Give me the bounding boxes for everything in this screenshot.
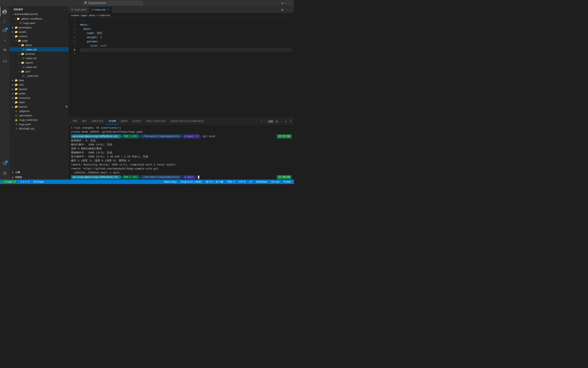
tree-item-post-index[interactable]: M _index.md — [9, 74, 69, 78]
titlebar-search[interactable]: 🔍 HugoSampleSite — [83, 1, 143, 5]
activity-icon-source-control[interactable]: 2 — [0, 26, 9, 36]
breadcrumb-index-md[interactable]: index.md — [100, 14, 110, 17]
tree-item-hugo-yaml-wf[interactable]: ⚙ hugo.yaml — [9, 21, 69, 25]
layout-toggle-button[interactable]: ⊞ — [281, 1, 284, 5]
terminal-more-button[interactable]: ··· — [280, 120, 283, 123]
error-count: 0 — [23, 180, 24, 183]
tree-item-archetypes[interactable]: ▶ 📁 archetypes — [9, 25, 69, 30]
encoding-label: UTF-8 — [239, 180, 245, 183]
tree-item-search[interactable]: ▾ 📁 search — [9, 60, 69, 65]
more-editor-button[interactable]: ··· — [288, 8, 292, 12]
activity-icon-settings[interactable] — [0, 168, 9, 178]
sidebar-more-button[interactable]: ··· — [64, 8, 66, 11]
tree-item-post[interactable]: ▾ 📁 post — [9, 69, 69, 74]
tree-item-hugo-build-lock[interactable]: 🔒 .hugo_build.lock — [9, 118, 69, 122]
breadcrumb-page[interactable]: page — [81, 14, 87, 17]
archives-icon: 📁 — [21, 52, 24, 55]
tree-item-archives-index[interactable]: M index.md — [9, 56, 69, 60]
tree-item-gitignore[interactable]: ⊘ .gitignore — [9, 109, 69, 113]
tree-item-assets[interactable]: ▶ 📁 assets — [9, 30, 69, 34]
activity-icon-extensions[interactable] — [0, 45, 9, 55]
tree-item-archives[interactable]: ▾ 📁 archives — [9, 52, 69, 56]
terminal-maximize-button[interactable]: ∧ — [284, 120, 288, 123]
status-watch-sass[interactable]: Watch Sass — [163, 180, 178, 184]
tree-item-public[interactable]: ▶ 📁 public — [9, 91, 69, 96]
tree-item-static[interactable]: ▾ 📁 static — [9, 100, 69, 104]
tree-item-themes[interactable]: ▶ 📁 themes — [9, 104, 69, 109]
status-git-graph[interactable]: Git Graph — [32, 180, 45, 184]
sidebar-toggle-button[interactable]: ▭ — [285, 1, 287, 5]
status-author[interactable]: Zong-Xi (21 小時前) — [179, 180, 203, 184]
activity-icon-accounts[interactable]: 1 — [0, 159, 9, 168]
tab-index-md-close[interactable]: ✕ — [107, 8, 110, 11]
status-position[interactable]: 第 8 行，第 4 欄 — [205, 180, 224, 184]
new-terminal-button[interactable]: + — [260, 120, 263, 123]
status-language[interactable]: Markdown — [255, 180, 268, 184]
terminal-tab-output[interactable]: 輸出 — [80, 118, 89, 125]
tree-item-content[interactable]: ▾ 📁 content — [9, 34, 69, 38]
tree-item-data[interactable]: ▶ 📁 data — [9, 78, 69, 83]
code-line-1: --- — [80, 18, 292, 23]
status-encoding[interactable]: UTF-8 — [237, 180, 247, 184]
activity-icon-run-debug[interactable] — [0, 36, 9, 45]
titlebar-search-text: HugoSampleSite — [88, 2, 106, 4]
breadcrumb-about[interactable]: about — [89, 14, 95, 17]
terminal-tab-nuget[interactable]: NUGET — [130, 118, 143, 125]
activity-icon-search[interactable] — [0, 16, 9, 26]
status-eol[interactable]: LF — [248, 180, 253, 184]
more-actions-button[interactable]: ··· — [290, 1, 292, 5]
status-branch[interactable]: ⎇ main* ↺ — [2, 180, 17, 184]
terminal-split-button[interactable]: ⫶ — [264, 120, 267, 123]
terminal-tab-ports[interactable]: 連接埠 — [118, 118, 130, 125]
tree-item-layouts[interactable]: ▶ 📁 layouts — [9, 87, 69, 91]
breadcrumb-content[interactable]: content — [71, 14, 79, 17]
editor-content[interactable]: 1 2 3 4 5 6 7 8 9 --- menu: main: — [69, 18, 294, 118]
tab-index-md[interactable]: M index.md ✕ — [89, 6, 112, 13]
terminal-close-button[interactable]: ✕ — [289, 120, 292, 123]
search-icon: 🔍 — [84, 2, 87, 4]
tree-item-github-workflows[interactable]: ▾ 📁 .github / workflows — [9, 16, 69, 21]
search-label: search — [25, 61, 33, 64]
status-spaces[interactable]: 空格: 4 — [226, 180, 236, 184]
about-arrow: ▾ — [18, 43, 21, 46]
tree-item-index-md-active[interactable]: M index.md — [9, 47, 69, 52]
tree-item-about[interactable]: ▾ 📁 about — [9, 43, 69, 47]
forward-button[interactable]: → — [7, 1, 12, 5]
back-button[interactable]: ← — [2, 1, 7, 5]
terminal-tab-debug[interactable]: 偵錯主控台 — [89, 118, 106, 125]
terminal-tab-problems-label: 問題 — [73, 120, 77, 123]
timeline-header[interactable]: ▶ 時間表 — [9, 175, 69, 180]
status-prettier[interactable]: Prettier — [282, 180, 292, 184]
gitignore-icon: ⊘ — [14, 109, 18, 113]
outline-header[interactable]: ▶ 大綱 — [9, 170, 69, 175]
breadcrumb: content › page › about › M index.md — [69, 13, 294, 18]
tree-item-page[interactable]: ▾ 📁 page — [9, 38, 69, 43]
tree-item-hugo-yaml-root[interactable]: ℹ hugo.yaml — [9, 122, 69, 126]
activity-icon-testing[interactable] — [0, 56, 9, 66]
terminal-tab-query-results[interactable]: QUERY RESULTS (PREVIEW) — [168, 118, 206, 125]
status-errors[interactable]: ✕ 0 ⚠ 0 — [19, 180, 31, 184]
split-editor-right-button[interactable]: ⫶ — [285, 8, 288, 12]
sidebar-content[interactable]: ▾ HUGOSAMPLESITE ▾ 📁 .github / workflows… — [9, 12, 69, 170]
run-button[interactable]: ▶ — [281, 8, 285, 12]
terminal-kill-button[interactable]: 🗑 — [275, 120, 279, 123]
status-go-live[interactable]: Go Live — [270, 180, 281, 184]
language-label: Markdown — [256, 180, 267, 183]
terminal-tab-terminal[interactable]: 終端機 — [106, 118, 118, 125]
split-editor-button[interactable]: ⫶ — [288, 1, 289, 5]
tree-item-search-index[interactable]: M index.md — [9, 65, 69, 69]
tab-hugo-yaml[interactable]: ⚙ hugo.yaml — [69, 6, 89, 13]
editor-scrollbar[interactable] — [292, 18, 294, 117]
tree-item-gitmodules[interactable]: ⊘ .gitmodules — [9, 113, 69, 118]
terminal-tab-problems[interactable]: 問題 — [70, 118, 80, 125]
activity-icon-explorer[interactable] — [0, 7, 9, 16]
tree-item-i18n[interactable]: ▶ 📁 i18n — [9, 83, 69, 87]
static-icon: 📁 — [14, 101, 18, 104]
terminal-tab-spell-checker[interactable]: SPELL CHECKER — [143, 118, 168, 125]
tree-item-resources[interactable]: ▶ 📁 resources — [9, 96, 69, 100]
prompt2-user-arrow — [120, 175, 122, 179]
eol-label: LF — [249, 180, 252, 183]
tree-item-readme[interactable]: ℹ README.md — [9, 126, 69, 131]
terminal-push-line6: 總共 5 (差異 1)，復用 0 (差異 0)，重用包 0 — [71, 159, 292, 163]
tree-root[interactable]: ▾ HUGOSAMPLESITE — [9, 12, 69, 16]
